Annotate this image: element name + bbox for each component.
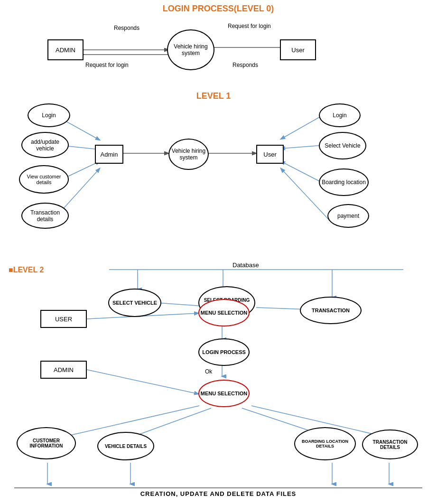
level1-title: LEVEL 1: [166, 91, 261, 101]
level1-admin-rect: Admin: [95, 145, 123, 164]
level2-menuselection-bottom-ellipse: MENU SELECTION: [198, 380, 250, 407]
level1-right-selectvehicle-ellipse: Select Vehicle: [319, 132, 366, 159]
level2-vehicledetails-ellipse: VEHICLE DETAILS: [97, 432, 154, 460]
level2-menuselection-top-label: MENU SELECTION: [201, 310, 247, 316]
level2-transaction-label: TRANSACTION: [312, 308, 350, 313]
level1-right-payment-label: payment: [337, 213, 359, 219]
level2-menuselection-bottom-label: MENU SELECTION: [201, 391, 247, 396]
svg-line-9: [281, 115, 323, 139]
diagram-container: LOGIN PROCESS(LEVEL 0) ADMIN Vehicle hir…: [0, 0, 437, 504]
level0-admin-label: ADMIN: [56, 47, 75, 54]
level1-vhs-ellipse: Vehicle hiring system: [168, 139, 209, 170]
bottom-text: CREATION, UPDATE AND DELETE DATA FILES: [57, 490, 380, 497]
level1-user-rect: User: [256, 145, 284, 164]
level1-right-login-label: Login: [333, 112, 346, 119]
level1-right-login-ellipse: Login: [319, 103, 361, 127]
request-login-bottom-label: Request for login: [85, 62, 129, 68]
level1-left-viewcustomer-ellipse: View customer details: [19, 165, 69, 194]
level2-customerinfo-ellipse: CUSTOMER INFORMATION: [17, 427, 76, 459]
level2-selectvehicle-ellipse: SELECT VEHICLE: [108, 289, 161, 317]
level2-selectvehicle-label: SELECT VEHICLE: [112, 300, 157, 306]
level1-left-transaction-ellipse: Transaction details: [21, 203, 69, 229]
level1-right-boarding-label: Boarding location: [322, 179, 366, 186]
responds-bottom-label: Responds: [232, 62, 258, 68]
svg-line-25: [133, 408, 211, 437]
level0-user-rect: User: [280, 39, 316, 60]
level1-vhs-label: Vehicle hiring system: [169, 148, 208, 161]
database-label: Database: [232, 261, 259, 269]
level1-left-addvehicle-label: add/update vehicle: [22, 139, 68, 152]
level2-transactiondetails-label: TRANSACTION DETAILS: [363, 439, 417, 450]
level0-user-label: User: [291, 47, 304, 54]
level2-customerinfo-label: CUSTOMER INFORMATION: [18, 438, 75, 448]
level1-left-login-ellipse: Login: [28, 103, 70, 127]
level2-boardinglocation-label: BOARDING LOCATION DETAILS: [295, 439, 355, 448]
level1-left-viewcustomer-label: View customer details: [20, 174, 68, 185]
level2-transaction-ellipse: TRANSACTION: [300, 297, 362, 324]
level0-title: LOGIN PROCESS(LEVEL 0): [133, 4, 304, 14]
level2-transactiondetails-ellipse: TRANSACTION DETAILS: [362, 429, 418, 459]
level2-loginprocess-ellipse: LOGIN PROCESS: [198, 338, 250, 366]
level1-left-addvehicle-ellipse: add/update vehicle: [21, 132, 69, 158]
level2-user-rect: USER: [40, 310, 87, 328]
level2-title: ■LEVEL 2: [9, 266, 44, 274]
level1-admin-label: Admin: [101, 151, 118, 158]
level1-right-boarding-ellipse: Boarding location: [319, 168, 369, 196]
level2-menuselection-top-ellipse: MENU SELECTION: [198, 299, 250, 327]
svg-line-17: [157, 303, 204, 306]
level2-admin-label: ADMIN: [54, 366, 74, 373]
svg-line-23: [87, 370, 198, 394]
level1-left-transaction-label: Transaction details: [22, 209, 68, 223]
level1-right-selectvehicle-label: Select Vehicle: [325, 142, 360, 149]
level1-user-label: User: [263, 151, 276, 158]
level1-right-payment-ellipse: payment: [327, 204, 369, 228]
level2-user-label: USER: [55, 316, 72, 323]
level0-vhs-ellipse: Vehicle hiring system: [167, 29, 214, 70]
level2-vehicledetails-label: VEHICLE DETAILS: [105, 444, 147, 449]
level2-admin-rect: ADMIN: [40, 361, 87, 379]
level0-admin-rect: ADMIN: [47, 39, 84, 60]
ok-label: Ok: [205, 368, 212, 375]
level1-left-login-label: Login: [42, 112, 56, 119]
level0-vhs-label: Vehicle hiring system: [168, 43, 214, 57]
level2-boardinglocation-ellipse: BOARDING LOCATION DETAILS: [294, 427, 356, 460]
level2-loginprocess-label: LOGIN PROCESS: [202, 349, 246, 355]
connections-svg: [0, 0, 437, 504]
request-login-top-label: Request for login: [228, 23, 271, 29]
responds-top-label: Responds: [114, 25, 139, 31]
